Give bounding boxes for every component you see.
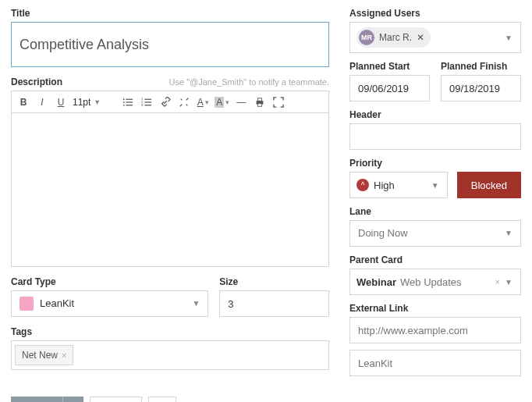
tag-chip: Net New × — [15, 345, 73, 365]
priority-high-icon: ^ — [356, 179, 369, 191]
highlight-icon[interactable]: A▾ — [215, 94, 229, 110]
svg-rect-13 — [258, 98, 262, 101]
size-label: Size — [219, 276, 329, 287]
user-name: Marc R. — [379, 32, 412, 43]
priority-select[interactable]: ^ High ▼ — [349, 172, 448, 198]
assigned-users-label: Assigned Users — [349, 8, 521, 19]
parent-card-name: Webinar — [356, 276, 396, 288]
chevron-down-icon: ▼ — [431, 181, 439, 190]
tags-label: Tags — [11, 326, 329, 337]
svg-text:3: 3 — [141, 102, 144, 106]
fullscreen-icon[interactable] — [271, 94, 286, 110]
external-url-input[interactable] — [349, 317, 521, 343]
lane-label: Lane — [349, 206, 521, 217]
description-label: Description — [11, 76, 62, 87]
lane-select[interactable]: Doing Now ▼ — [349, 220, 521, 247]
svg-rect-0 — [126, 98, 133, 99]
font-size-select[interactable]: 11pt ▼ — [73, 97, 101, 108]
more-actions-button[interactable]: ⋮ — [148, 397, 176, 402]
unlink-icon[interactable] — [177, 94, 191, 110]
user-chip: MR Marc R. ✕ — [356, 27, 431, 48]
svg-point-3 — [123, 98, 125, 100]
svg-point-4 — [123, 101, 125, 103]
tag-label: Net New — [22, 350, 58, 361]
clear-parent-icon[interactable]: × — [495, 277, 500, 286]
svg-rect-8 — [145, 105, 152, 105]
print-icon[interactable] — [253, 94, 267, 110]
card-type-select[interactable]: LeanKit ▼ — [11, 290, 208, 317]
planned-finish-label: Planned Finish — [441, 61, 521, 72]
remove-tag-icon[interactable]: × — [62, 350, 66, 360]
card-type-label: Card Type — [11, 276, 208, 287]
svg-rect-6 — [145, 98, 152, 99]
chevron-down-icon: ▼ — [505, 278, 512, 286]
save-button[interactable]: Save — [11, 397, 63, 402]
svg-rect-7 — [145, 101, 152, 102]
bold-icon[interactable]: B — [16, 94, 30, 110]
link-icon[interactable] — [158, 94, 172, 110]
chevron-down-icon: ▼ — [505, 34, 512, 42]
assigned-users-select[interactable]: MR Marc R. ✕ ▼ — [349, 22, 521, 53]
chevron-down-icon: ▼ — [192, 291, 200, 316]
blocked-button[interactable]: Blocked — [457, 172, 521, 198]
priority-label: Priority — [349, 158, 521, 169]
chevron-down-icon: ▼ — [94, 98, 101, 106]
planned-start-input[interactable] — [349, 75, 430, 101]
parent-card-detail: Web Updates — [400, 276, 462, 288]
remove-user-icon[interactable]: ✕ — [417, 32, 424, 43]
card-type-value: LeanKit — [40, 291, 74, 316]
planned-finish-input[interactable] — [441, 75, 521, 101]
avatar: MR — [359, 30, 374, 45]
text-color-icon[interactable]: A▾ — [196, 94, 210, 110]
priority-value: High — [374, 180, 395, 191]
card-type-swatch — [20, 297, 34, 311]
svg-rect-2 — [126, 105, 133, 105]
title-label: Title — [11, 8, 329, 19]
size-input[interactable] — [219, 290, 329, 317]
parent-card-label: Parent Card — [349, 254, 521, 265]
description-hint: Use "@Jane_Smith" to notify a teammate. — [169, 77, 329, 87]
chevron-down-icon: ▼ — [505, 221, 512, 246]
italic-icon[interactable]: I — [35, 94, 49, 110]
unordered-list-icon[interactable] — [121, 94, 135, 110]
header-label: Header — [349, 109, 521, 120]
tags-input[interactable]: Net New × — [11, 340, 329, 370]
svg-rect-1 — [126, 101, 133, 102]
planned-start-label: Planned Start — [349, 61, 430, 72]
title-input[interactable] — [11, 22, 329, 67]
svg-point-5 — [123, 104, 125, 105]
description-editor[interactable] — [11, 112, 329, 267]
description-toolbar: B I U 11pt ▼ 123 A▾ A▾ — — [11, 91, 329, 112]
parent-card-select[interactable]: Webinar Web Updates × ▼ — [349, 269, 521, 295]
header-input[interactable] — [349, 123, 521, 150]
ordered-list-icon[interactable]: 123 — [140, 94, 154, 110]
external-link-label: External Link — [349, 303, 521, 314]
lane-value: Doing Now — [358, 221, 408, 246]
svg-rect-14 — [258, 103, 262, 106]
horizontal-rule-icon[interactable]: — — [234, 94, 248, 110]
close-button[interactable]: Close — [90, 397, 142, 402]
save-dropdown-button[interactable]: ▾ — [63, 397, 83, 402]
external-name-input[interactable] — [349, 350, 521, 376]
font-size-value: 11pt — [73, 97, 90, 108]
underline-icon[interactable]: U — [54, 94, 68, 110]
